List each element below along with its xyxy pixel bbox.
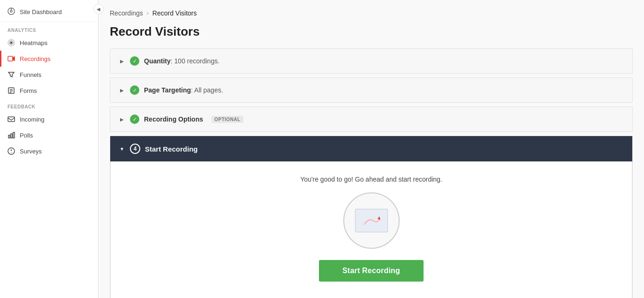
quantity-header[interactable]: ▶ ✓ Quantity: 100 recordings. (110, 49, 632, 73)
svg-point-1 (10, 10, 12, 12)
illustration-screen (355, 209, 388, 232)
quantity-section: ▶ ✓ Quantity: 100 recordings. (110, 48, 633, 74)
breadcrumb-separator: › (147, 10, 149, 16)
surveys-label: Surveys (20, 148, 42, 155)
recording-options-check-icon: ✓ (130, 115, 139, 124)
incoming-label: Incoming (20, 116, 45, 123)
breadcrumb-parent[interactable]: Recordings (110, 9, 143, 17)
main-content: Recordings › Record Visitors Record Visi… (98, 0, 644, 298)
page-title: Record Visitors (110, 24, 633, 39)
svg-point-5 (11, 42, 12, 44)
svg-rect-13 (8, 135, 10, 138)
start-recording-button[interactable]: Start Recording (319, 260, 424, 282)
analytics-label: ANALYTICS (0, 22, 98, 35)
incoming-icon (8, 115, 15, 123)
svg-rect-14 (11, 134, 12, 138)
sidebar-item-surveys[interactable]: Surveys (0, 143, 98, 159)
sidebar-item-polls[interactable]: Polls (0, 127, 98, 143)
polls-label: Polls (20, 132, 33, 139)
heatmaps-label: Heatmaps (20, 39, 47, 46)
breadcrumb: Recordings › Record Visitors (110, 9, 633, 17)
start-recording-header[interactable]: ▼ 4 Start Recording (110, 136, 632, 161)
recording-options-title: Recording Options (144, 115, 203, 123)
sidebar-item-funnels[interactable]: Funnels (0, 67, 98, 83)
start-recording-section: ▼ 4 Start Recording You're good to go! G… (110, 136, 633, 298)
illustration-circle (343, 192, 400, 249)
quantity-check-icon: ✓ (130, 56, 139, 66)
page-targeting-arrow: ▶ (119, 87, 125, 93)
sidebar-item-forms[interactable]: Forms (0, 83, 98, 99)
site-dashboard-item[interactable]: Site Dashboard (0, 0, 98, 22)
forms-label: Forms (20, 87, 37, 94)
optional-badge: OPTIONAL (212, 116, 243, 123)
collapse-icon: ◀ (97, 7, 100, 12)
site-dashboard-label: Site Dashboard (20, 8, 62, 15)
cursor-trail-svg (360, 213, 383, 229)
ready-text: You're good to go! Go ahead and start re… (120, 176, 622, 183)
dashboard-icon (8, 8, 16, 16)
svg-rect-15 (13, 132, 15, 138)
polls-icon (8, 131, 15, 139)
recording-options-arrow: ▶ (119, 116, 125, 122)
svg-rect-6 (8, 56, 13, 61)
step-number: 4 (130, 144, 140, 154)
forms-icon (8, 87, 15, 94)
page-targeting-section: ▶ ✓ Page Targeting: All pages. (110, 77, 633, 103)
feedback-section: FEEDBACK Incoming Polls (0, 99, 98, 159)
analytics-section: ANALYTICS Heatmaps Recordings (0, 22, 98, 99)
quantity-arrow: ▶ (119, 58, 125, 64)
recording-illustration (343, 192, 400, 249)
funnel-icon (8, 71, 15, 78)
breadcrumb-current: Record Visitors (152, 9, 197, 17)
quantity-title: Quantity: 100 recordings. (144, 57, 220, 65)
surveys-icon (8, 147, 15, 155)
sidebar-item-recordings[interactable]: Recordings (0, 51, 98, 67)
page-targeting-title: Page Targeting: All pages. (144, 86, 223, 94)
recordings-label: Recordings (20, 55, 51, 62)
sidebar-item-heatmaps[interactable]: Heatmaps (0, 35, 98, 51)
start-recording-body: You're good to go! Go ahead and start re… (110, 161, 632, 298)
recording-options-header[interactable]: ▶ ✓ Recording Options OPTIONAL (110, 107, 632, 131)
svg-marker-7 (13, 57, 15, 61)
svg-rect-12 (8, 117, 15, 122)
page-targeting-check-icon: ✓ (130, 85, 139, 95)
heatmap-icon (8, 39, 15, 46)
funnels-label: Funnels (20, 71, 41, 78)
start-recording-arrow: ▼ (119, 145, 125, 152)
sidebar-item-incoming[interactable]: Incoming (0, 111, 98, 127)
start-recording-title: Start Recording (145, 145, 198, 153)
recordings-icon (8, 55, 15, 62)
feedback-label: FEEDBACK (0, 99, 98, 111)
sidebar-toggle[interactable]: ◀ (93, 4, 104, 14)
page-targeting-header[interactable]: ▶ ✓ Page Targeting: All pages. (110, 78, 632, 102)
sidebar: ◀ Site Dashboard ANALYTICS Heatmaps (0, 0, 98, 298)
recording-options-section: ▶ ✓ Recording Options OPTIONAL (110, 107, 633, 132)
